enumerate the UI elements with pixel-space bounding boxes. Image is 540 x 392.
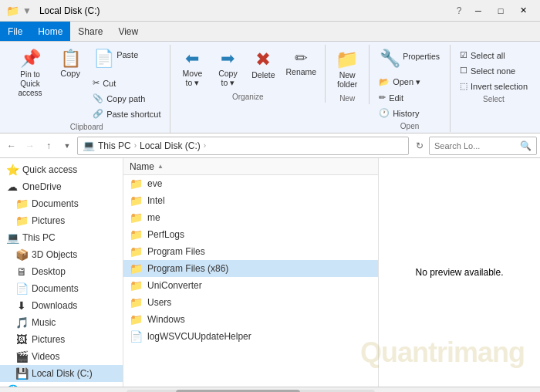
new-folder-label: Newfolder (337, 70, 357, 89)
folder-program-files-x86-icon: 📁 (130, 262, 143, 275)
sidebar-item-videos[interactable]: 🎬 Videos (0, 348, 123, 365)
sidebar-item-network[interactable]: 🌐 Network (0, 382, 123, 387)
search-bar[interactable]: 🔍 (429, 137, 537, 155)
folder-windows-icon: 📁 (130, 313, 143, 326)
clipboard-small-buttons: ✂ Cut 📎 Copy path 🔗 Paste shortcut (88, 74, 165, 121)
downloads-label: Downloads (32, 300, 77, 311)
new-folder-button[interactable]: 📁 Newfolder (330, 45, 364, 93)
properties-label: Properties (403, 52, 440, 61)
file-list-header[interactable]: Name ▲ (123, 158, 378, 175)
history-icon: 🕐 (379, 108, 390, 118)
paste-button[interactable]: 📄 Paste (88, 45, 143, 73)
network-label: Network (22, 385, 56, 387)
delete-label: Delete (251, 70, 275, 79)
clipboard-buttons: 📌 Pin to Quick access 📋 Copy 📄 Paste (8, 45, 165, 121)
file-name-program-files-x86: Program Files (x86) (147, 263, 228, 274)
select-label: Select (483, 93, 505, 103)
edit-button[interactable]: ✏ Edit (374, 90, 445, 105)
address-bar[interactable]: 💻 This PC › Local Disk (C:) › (77, 137, 409, 155)
cut-button[interactable]: ✂ Cut (88, 76, 165, 90)
cut-label: Cut (103, 79, 116, 88)
minimize-button[interactable]: ─ (467, 3, 489, 19)
file-item-eve[interactable]: 📁 eve (123, 175, 378, 192)
file-item-intel[interactable]: 📁 Intel (123, 192, 378, 209)
onedrive-label: OneDrive (22, 181, 62, 192)
menu-file[interactable]: File (0, 22, 30, 41)
this-pc-crumb[interactable]: This PC (98, 140, 131, 151)
pin-quick-access-button[interactable]: 📌 Pin to Quick access (8, 45, 52, 102)
paste-label: Paste (116, 50, 138, 59)
sidebar-item-documents[interactable]: 📁 Documents (0, 195, 123, 212)
title-text: Local Disk (C:) (39, 5, 100, 16)
move-to-button[interactable]: ⬅ Moveto ▾ (175, 45, 209, 91)
sidebar-item-desktop[interactable]: 🖥 Desktop (0, 263, 123, 280)
up-button[interactable]: ↑ (40, 137, 57, 154)
copy-to-icon: ➡ (221, 49, 235, 69)
sidebar-item-onedrive[interactable]: ☁ OneDrive (0, 178, 123, 195)
crumb-separator-2: › (204, 141, 206, 150)
title-bar: 📁 ▼ Local Disk (C:) ? ─ □ ✕ (0, 0, 540, 22)
refresh-button[interactable]: ↻ (412, 138, 427, 154)
sidebar-item-documents2[interactable]: 📄 Documents (0, 280, 123, 297)
desktop-icon: 🖥 (15, 265, 28, 278)
close-button[interactable]: ✕ (512, 3, 534, 19)
local-disk-crumb[interactable]: Local Disk (C:) (140, 140, 201, 151)
sidebar-item-downloads[interactable]: ⬇ Downloads (0, 297, 123, 314)
copy-button[interactable]: 📋 Copy (54, 45, 86, 82)
horizontal-scrollbar[interactable] (127, 390, 375, 393)
help-button[interactable]: ? (451, 3, 467, 19)
copy-path-button[interactable]: 📎 Copy path (88, 91, 165, 106)
file-item-program-files[interactable]: 📁 Program Files (123, 243, 378, 260)
file-item-windows[interactable]: 📁 Windows (123, 311, 378, 328)
file-item-perflogs[interactable]: 📁 PerfLogs (123, 226, 378, 243)
sidebar-item-local-disk[interactable]: 💾 Local Disk (C:) (0, 365, 123, 382)
documents2-label: Documents (32, 283, 79, 294)
ribbon: 📌 Pin to Quick access 📋 Copy 📄 Paste (0, 42, 540, 133)
file-item-users[interactable]: 📁 Users (123, 294, 378, 311)
invert-selection-button[interactable]: ⬚ Invert selection (455, 79, 532, 93)
recent-locations-button[interactable]: ▼ (59, 137, 76, 154)
sort-arrow: ▲ (157, 163, 164, 170)
sidebar-item-music[interactable]: 🎵 Music (0, 314, 123, 331)
search-input[interactable] (434, 141, 517, 150)
back-button[interactable]: ← (3, 137, 20, 154)
menu-share[interactable]: Share (70, 22, 110, 41)
menu-view[interactable]: View (110, 22, 146, 41)
select-all-button[interactable]: ☑ Select all (455, 48, 532, 63)
copy-path-label: Copy path (106, 94, 145, 103)
delete-button[interactable]: ✖ Delete (246, 45, 280, 83)
folder-perflogs-icon: 📁 (130, 228, 143, 241)
nav-bar: ← → ↑ ▼ 💻 This PC › Local Disk (C:) › ↻ … (0, 133, 540, 158)
file-item-log[interactable]: 📄 logWSVCUUpdateHelper (123, 328, 378, 345)
paste-icon: 📄 (93, 49, 114, 69)
scrollbar-thumb[interactable] (176, 390, 300, 393)
sidebar-item-pictures2[interactable]: 🖼 Pictures (0, 331, 123, 348)
maximize-button[interactable]: □ (490, 3, 511, 19)
open-button[interactable]: 📂 Open ▾ (374, 75, 445, 90)
sidebar-item-this-pc[interactable]: 💻 This PC (0, 229, 123, 246)
sidebar-item-quick-access[interactable]: ⭐ Quick access (0, 161, 123, 178)
select-none-icon: ☐ (460, 66, 467, 76)
copy-path-icon: 📎 (93, 93, 103, 103)
file-item-me[interactable]: 📁 me (123, 209, 378, 226)
file-item-uniconverter[interactable]: 📁 UniConverter (123, 277, 378, 294)
copy-to-button[interactable]: ➡ Copyto ▾ (211, 45, 245, 91)
sidebar-item-pictures[interactable]: 📁 Pictures (0, 212, 123, 229)
folder-me-icon: 📁 (130, 211, 143, 224)
scroll-area (0, 387, 540, 392)
select-small-buttons: ☑ Select all ☐ Select none ⬚ Invert sele… (455, 45, 532, 93)
history-label: History (393, 109, 419, 118)
sidebar-item-3d-objects[interactable]: 📦 3D Objects (0, 246, 123, 263)
select-none-button[interactable]: ☐ Select none (455, 63, 532, 78)
forward-button[interactable]: → (22, 137, 39, 154)
history-button[interactable]: 🕐 History (374, 106, 445, 120)
file-name-eve: eve (147, 178, 162, 189)
copy-icon: 📋 (60, 49, 81, 69)
menu-home[interactable]: Home (30, 22, 70, 41)
file-item-program-files-x86[interactable]: 📁 Program Files (x86) (123, 260, 378, 277)
paste-shortcut-button[interactable]: 🔗 Paste shortcut (88, 106, 165, 121)
organize-label: Organize (232, 91, 264, 101)
ribbon-group-organize: ⬅ Moveto ▾ ➡ Copyto ▾ ✖ Delete ✏ Rename … (170, 45, 326, 103)
rename-button[interactable]: ✏ Rename (282, 45, 320, 80)
properties-button[interactable]: 🔧 Properties (374, 45, 445, 73)
